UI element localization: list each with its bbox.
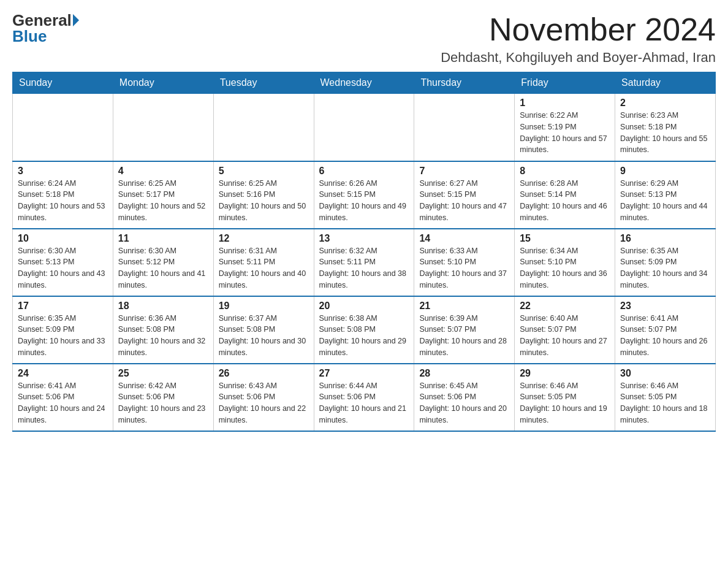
- logo-general-text: General: [12, 12, 72, 28]
- calendar-cell: 16Sunrise: 6:35 AMSunset: 5:09 PMDayligh…: [615, 229, 716, 296]
- logo: General Blue: [12, 12, 79, 44]
- day-info: Sunrise: 6:37 AMSunset: 5:08 PMDaylight:…: [219, 313, 309, 359]
- day-number: 26: [219, 368, 309, 379]
- day-number: 20: [319, 301, 409, 312]
- day-info: Sunrise: 6:36 AMSunset: 5:08 PMDaylight:…: [118, 313, 208, 359]
- calendar-cell: 5Sunrise: 6:25 AMSunset: 5:16 PMDaylight…: [213, 161, 314, 229]
- calendar-cell: 2Sunrise: 6:23 AMSunset: 5:18 PMDaylight…: [615, 94, 716, 161]
- day-info: Sunrise: 6:29 AMSunset: 5:13 PMDaylight:…: [620, 178, 710, 224]
- day-info: Sunrise: 6:45 AMSunset: 5:06 PMDaylight:…: [419, 380, 509, 426]
- month-title: November 2024: [441, 12, 716, 47]
- calendar-cell: 25Sunrise: 6:42 AMSunset: 5:06 PMDayligh…: [113, 364, 213, 431]
- day-number: 12: [219, 233, 309, 244]
- day-info: Sunrise: 6:41 AMSunset: 5:07 PMDaylight:…: [620, 313, 710, 359]
- header-day-wednesday: Wednesday: [314, 72, 414, 94]
- day-info: Sunrise: 6:35 AMSunset: 5:09 PMDaylight:…: [18, 313, 108, 359]
- day-number: 4: [118, 166, 208, 177]
- header-day-friday: Friday: [515, 72, 615, 94]
- day-info: Sunrise: 6:24 AMSunset: 5:18 PMDaylight:…: [18, 178, 108, 224]
- day-number: 25: [118, 368, 208, 379]
- day-info: Sunrise: 6:23 AMSunset: 5:18 PMDaylight:…: [620, 110, 710, 156]
- calendar-cell: 3Sunrise: 6:24 AMSunset: 5:18 PMDaylight…: [13, 161, 113, 229]
- header-day-saturday: Saturday: [615, 72, 716, 94]
- calendar-cell: 24Sunrise: 6:41 AMSunset: 5:06 PMDayligh…: [13, 364, 113, 431]
- day-number: 7: [419, 166, 509, 177]
- day-info: Sunrise: 6:25 AMSunset: 5:17 PMDaylight:…: [118, 178, 208, 224]
- calendar-cell: 23Sunrise: 6:41 AMSunset: 5:07 PMDayligh…: [615, 296, 716, 364]
- calendar-header-row: SundayMondayTuesdayWednesdayThursdayFrid…: [13, 72, 716, 94]
- day-number: 21: [419, 301, 509, 312]
- calendar-cell: 20Sunrise: 6:38 AMSunset: 5:08 PMDayligh…: [314, 296, 414, 364]
- day-number: 19: [219, 301, 309, 312]
- day-number: 10: [18, 233, 108, 244]
- calendar-cell: 18Sunrise: 6:36 AMSunset: 5:08 PMDayligh…: [113, 296, 213, 364]
- day-number: 13: [319, 233, 409, 244]
- day-info: Sunrise: 6:35 AMSunset: 5:09 PMDaylight:…: [620, 245, 710, 291]
- calendar-cell: 27Sunrise: 6:44 AMSunset: 5:06 PMDayligh…: [314, 364, 414, 431]
- day-number: 11: [118, 233, 208, 244]
- calendar-cell: 11Sunrise: 6:30 AMSunset: 5:12 PMDayligh…: [113, 229, 213, 296]
- calendar-week-row: 1Sunrise: 6:22 AMSunset: 5:19 PMDaylight…: [13, 94, 716, 161]
- calendar-table: SundayMondayTuesdayWednesdayThursdayFrid…: [12, 72, 716, 432]
- day-number: 16: [620, 233, 710, 244]
- day-info: Sunrise: 6:39 AMSunset: 5:07 PMDaylight:…: [419, 313, 509, 359]
- day-number: 23: [620, 301, 710, 312]
- day-info: Sunrise: 6:32 AMSunset: 5:11 PMDaylight:…: [319, 245, 409, 291]
- calendar-week-row: 10Sunrise: 6:30 AMSunset: 5:13 PMDayligh…: [13, 229, 716, 296]
- day-info: Sunrise: 6:30 AMSunset: 5:13 PMDaylight:…: [18, 245, 108, 291]
- day-info: Sunrise: 6:31 AMSunset: 5:11 PMDaylight:…: [219, 245, 309, 291]
- day-number: 6: [319, 166, 409, 177]
- calendar-cell: 26Sunrise: 6:43 AMSunset: 5:06 PMDayligh…: [213, 364, 314, 431]
- day-number: 30: [620, 368, 710, 379]
- header-day-tuesday: Tuesday: [213, 72, 314, 94]
- calendar-cell: 28Sunrise: 6:45 AMSunset: 5:06 PMDayligh…: [414, 364, 515, 431]
- title-area: November 2024 Dehdasht, Kohgiluyeh and B…: [441, 12, 716, 66]
- day-number: 24: [18, 368, 108, 379]
- calendar-week-row: 24Sunrise: 6:41 AMSunset: 5:06 PMDayligh…: [13, 364, 716, 431]
- day-info: Sunrise: 6:25 AMSunset: 5:16 PMDaylight:…: [219, 178, 309, 224]
- header: General Blue November 2024 Dehdasht, Koh…: [12, 12, 716, 66]
- header-day-sunday: Sunday: [13, 72, 113, 94]
- day-info: Sunrise: 6:30 AMSunset: 5:12 PMDaylight:…: [118, 245, 208, 291]
- day-number: 9: [620, 166, 710, 177]
- day-number: 3: [18, 166, 108, 177]
- calendar-cell: 17Sunrise: 6:35 AMSunset: 5:09 PMDayligh…: [13, 296, 113, 364]
- calendar-cell: 7Sunrise: 6:27 AMSunset: 5:15 PMDaylight…: [414, 161, 515, 229]
- calendar-week-row: 17Sunrise: 6:35 AMSunset: 5:09 PMDayligh…: [13, 296, 716, 364]
- calendar-cell: 4Sunrise: 6:25 AMSunset: 5:17 PMDaylight…: [113, 161, 213, 229]
- logo-triangle-icon: [73, 14, 79, 26]
- calendar-cell: 6Sunrise: 6:26 AMSunset: 5:15 PMDaylight…: [314, 161, 414, 229]
- header-day-monday: Monday: [113, 72, 213, 94]
- calendar-cell: 30Sunrise: 6:46 AMSunset: 5:05 PMDayligh…: [615, 364, 716, 431]
- day-number: 18: [118, 301, 208, 312]
- calendar-cell: 21Sunrise: 6:39 AMSunset: 5:07 PMDayligh…: [414, 296, 515, 364]
- day-number: 5: [219, 166, 309, 177]
- day-number: 28: [419, 368, 509, 379]
- day-info: Sunrise: 6:43 AMSunset: 5:06 PMDaylight:…: [219, 380, 309, 426]
- calendar-cell: 10Sunrise: 6:30 AMSunset: 5:13 PMDayligh…: [13, 229, 113, 296]
- logo-blue-text: Blue: [12, 28, 47, 44]
- day-info: Sunrise: 6:34 AMSunset: 5:10 PMDaylight:…: [520, 245, 610, 291]
- calendar-cell: [213, 94, 314, 161]
- day-info: Sunrise: 6:41 AMSunset: 5:06 PMDaylight:…: [18, 380, 108, 426]
- day-info: Sunrise: 6:26 AMSunset: 5:15 PMDaylight:…: [319, 178, 409, 224]
- day-number: 1: [520, 98, 610, 109]
- calendar-cell: 12Sunrise: 6:31 AMSunset: 5:11 PMDayligh…: [213, 229, 314, 296]
- day-info: Sunrise: 6:42 AMSunset: 5:06 PMDaylight:…: [118, 380, 208, 426]
- location-subtitle: Dehdasht, Kohgiluyeh and Boyer-Ahmad, Ir…: [441, 50, 716, 66]
- calendar-cell: 22Sunrise: 6:40 AMSunset: 5:07 PMDayligh…: [515, 296, 615, 364]
- calendar-cell: [314, 94, 414, 161]
- calendar-cell: 29Sunrise: 6:46 AMSunset: 5:05 PMDayligh…: [515, 364, 615, 431]
- calendar-cell: 9Sunrise: 6:29 AMSunset: 5:13 PMDaylight…: [615, 161, 716, 229]
- day-number: 22: [520, 301, 610, 312]
- day-number: 8: [520, 166, 610, 177]
- calendar-cell: [13, 94, 113, 161]
- day-number: 15: [520, 233, 610, 244]
- day-number: 27: [319, 368, 409, 379]
- day-info: Sunrise: 6:33 AMSunset: 5:10 PMDaylight:…: [419, 245, 509, 291]
- day-number: 17: [18, 301, 108, 312]
- day-info: Sunrise: 6:38 AMSunset: 5:08 PMDaylight:…: [319, 313, 409, 359]
- calendar-cell: 1Sunrise: 6:22 AMSunset: 5:19 PMDaylight…: [515, 94, 615, 161]
- day-info: Sunrise: 6:46 AMSunset: 5:05 PMDaylight:…: [520, 380, 610, 426]
- day-info: Sunrise: 6:46 AMSunset: 5:05 PMDaylight:…: [620, 380, 710, 426]
